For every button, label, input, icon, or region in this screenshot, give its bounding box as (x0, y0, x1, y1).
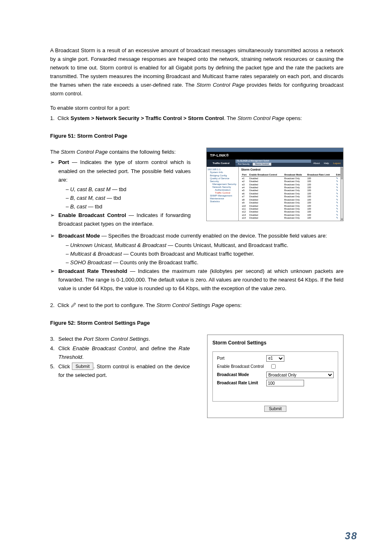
nav-tree[interactable]: 192.168.1.1System InfoBridging ConfigQua… (207, 167, 239, 221)
intro-em: Storm Control Page (196, 82, 244, 88)
port-desc: — Indicates the type of storm control wh… (58, 159, 191, 182)
table-row: e12DisabledBroadcast Only100✎ (241, 210, 342, 213)
list-item: – Multicast & Broadcast — Counts both Br… (66, 249, 344, 258)
intro-paragraph: A Broadcast Storm is a result of an exce… (50, 46, 344, 98)
th-bm: Broadcast Mode (284, 173, 307, 177)
port-label: Port (217, 355, 266, 362)
brt-name: Broadcast Rate Threshold (58, 268, 127, 274)
list-item: – B, cast M, cast — tbd (66, 194, 191, 202)
s4-mid: , and define the (136, 345, 178, 351)
tree-item[interactable]: Network Security (208, 186, 238, 189)
figure-51-caption: Figure 51: Storm Control Page (50, 132, 344, 140)
tree-item[interactable]: System Info (208, 171, 238, 174)
step-4: 4. Click Enable Broadcast Control, and d… (50, 344, 190, 361)
step2-tail: opens: (224, 302, 242, 308)
step-5: 5. Click Submit. Storm control is enable… (50, 362, 190, 379)
tree-item[interactable]: Management Security (208, 183, 238, 186)
submit-button[interactable]: Submit (264, 406, 286, 412)
step-1: 1.Click System > Network Security > Traf… (50, 114, 344, 122)
step5-num: 5. (50, 362, 58, 379)
step3-num: 3. (50, 335, 58, 343)
bm-name: Broadcast Mode (58, 233, 100, 239)
link-about[interactable]: About (314, 162, 320, 165)
page-number: 38 (345, 528, 357, 544)
brand-logo: TP-LINK® (207, 152, 343, 159)
fields-col: The Storm Control Page contains the foll… (50, 148, 191, 229)
contains-tail: contains the following fields: (108, 149, 175, 155)
tree-item[interactable]: Maintenance (208, 197, 238, 200)
bullet-icon: ➢ (50, 158, 58, 184)
table-row: e7DisabledBroadcast Only100✎ (241, 195, 342, 198)
th-ebc: Enable Broadcast Control (249, 173, 284, 177)
step1-num: 1. (50, 114, 58, 122)
window-titlebar (207, 148, 343, 152)
port-select[interactable]: e1 (266, 355, 284, 362)
s5-pre: Click (58, 363, 72, 370)
table-row: e9DisabledBroadcast Only100✎ (241, 201, 342, 204)
tree-item[interactable]: Authentication (208, 189, 238, 192)
table-row: e3DisabledBroadcast Only100✎ (241, 183, 342, 186)
tree-item[interactable]: Bridging Config (208, 174, 238, 177)
bullet-bm: ➢ Broadcast Mode — Specifies the Broadca… (50, 231, 344, 240)
s4-em: Enable Broadcast Control (73, 345, 136, 351)
bullet-icon: ➢ (50, 267, 58, 293)
scrollbar[interactable]: ▴ ▾ (340, 167, 343, 221)
ebc-checkbox[interactable] (271, 364, 276, 369)
tree-item[interactable]: Traffic Control (208, 192, 238, 194)
bm-select[interactable]: Broadcast Only (266, 372, 334, 378)
link-logout[interactable]: Logout (333, 162, 341, 165)
port-name: Port (58, 159, 69, 165)
table-row: e13DisabledBroadcast Only100✎ (241, 213, 342, 216)
figure-52-screenshot: Storm Control Settings Port e1 Enable Br… (207, 335, 344, 418)
list-item: – B, cast — tbd (66, 202, 191, 211)
tab-storm-control[interactable]: Storm Control (253, 163, 272, 166)
step1-mid: . The (224, 115, 238, 121)
table-row: e2DisabledBroadcast Only100✎ (241, 180, 342, 182)
bm-label: Broadcast Mode (217, 372, 266, 378)
bullet-icon: ➢ (50, 211, 58, 228)
s3-tail: . (149, 336, 150, 342)
contains-em: Storm Control Page (61, 149, 108, 155)
list-item: – SOHO Broadcast — Counts only the Broad… (66, 258, 344, 267)
list-item: – U, cast B, cast M — tbd (66, 185, 191, 194)
bullet-ebc: ➢ Enable Broadcast Control — Indicates i… (50, 211, 191, 228)
tree-item[interactable]: Security (208, 180, 238, 183)
list-item: – Unknown Unicast, Multicast & Broadcast… (66, 241, 344, 249)
th-brl: Broadcast Rate Limit (307, 173, 335, 177)
link-help[interactable]: Help (324, 162, 329, 165)
step-2: 2.Click next to the port to configure. T… (50, 301, 344, 310)
s3-pre: Select the (58, 336, 83, 342)
step1-pre: Click (58, 115, 71, 121)
step4-num: 4. (50, 344, 58, 361)
table-row: e11DisabledBroadcast Only100✎ (241, 207, 342, 210)
ebc-name: Enable Broadcast Control (58, 212, 126, 218)
table-row: e10DisabledBroadcast Only100✎ (241, 204, 342, 207)
tree-item[interactable]: Quality of Service (208, 177, 238, 180)
step1-bold: System > Network Security > Traffic Cont… (71, 115, 224, 121)
brl-input[interactable] (266, 380, 304, 386)
settings-title: Storm Control Settings (212, 339, 338, 347)
table-row: e14DisabledBroadcast Only100✎ (241, 217, 342, 219)
tree-item[interactable]: Statistics (208, 200, 238, 203)
bullet-icon: ➢ (50, 231, 58, 240)
scroll-thumb[interactable] (341, 168, 343, 179)
panel-heading: Storm Control (241, 168, 342, 171)
step2-pre: Click (58, 302, 71, 308)
table-row: e8DisabledBroadcast Only100✎ (241, 198, 342, 201)
s4-pre: Click (58, 345, 73, 351)
topbar-banner: TL-SL3428 L2 Management Switch (235, 159, 311, 163)
storm-control-table: Port Enable Broadcast Control Broadcast … (241, 173, 342, 219)
step2-num: 2. (50, 301, 58, 310)
s4-tail: . (82, 354, 84, 360)
step1-em: Storm Control Page (238, 115, 284, 121)
tab-port-security[interactable]: Port Security (235, 163, 253, 166)
table-row: e5DisabledBroadcast Only100✎ (241, 189, 342, 192)
tree-item[interactable]: 192.168.1.1 (208, 168, 238, 171)
bullet-brt: ➢ Broadcast Rate Threshold — Indicates t… (50, 267, 344, 293)
scroll-down-icon[interactable]: ▾ (341, 218, 343, 221)
brl-label: Broadcast Rate Limit (217, 380, 266, 386)
tree-item[interactable]: SNMP Management (208, 194, 238, 197)
enable-lead: To enable storm control for a port: (50, 104, 344, 112)
pencil-icon (71, 301, 76, 310)
table-row: e6DisabledBroadcast Only100✎ (241, 192, 342, 195)
